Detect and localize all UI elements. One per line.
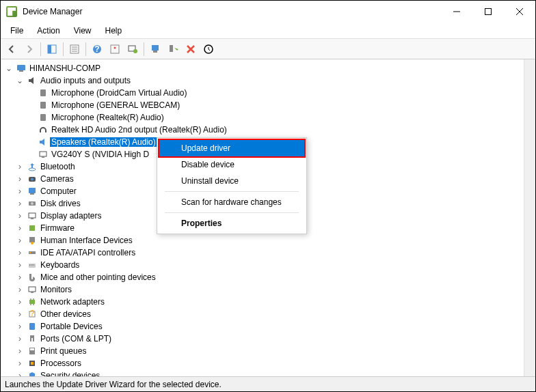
properties-button[interactable] xyxy=(66,41,83,57)
category-label: Keyboards xyxy=(39,260,81,270)
svg-rect-6 xyxy=(111,45,119,53)
svg-point-32 xyxy=(31,242,34,244)
tree-category[interactable]: › Portable Devices xyxy=(1,320,535,333)
chevron-right-icon[interactable]: › xyxy=(14,210,25,221)
chevron-right-icon[interactable]: › xyxy=(14,260,25,270)
chevron-right-icon[interactable]: › xyxy=(14,333,25,344)
menu-action[interactable]: Action xyxy=(30,25,66,37)
forward-button[interactable] xyxy=(21,41,38,57)
menu-view[interactable]: View xyxy=(67,25,98,37)
chevron-right-icon[interactable]: › xyxy=(14,235,25,246)
ctx-update-driver[interactable]: Update driver xyxy=(158,139,306,158)
device-icon xyxy=(38,149,49,160)
disable-button[interactable] xyxy=(183,41,199,57)
chevron-right-icon[interactable]: › xyxy=(14,272,25,283)
chevron-right-icon[interactable]: › xyxy=(14,186,25,197)
category-icon xyxy=(27,260,38,270)
category-label: Network adapters xyxy=(39,297,106,307)
window-controls xyxy=(441,1,535,23)
svg-rect-14 xyxy=(17,65,25,70)
category-icon xyxy=(27,210,38,221)
show-hide-tree-button[interactable] xyxy=(44,41,60,57)
category-icon xyxy=(27,272,38,283)
ctx-properties[interactable]: Properties xyxy=(159,215,304,232)
action-button[interactable] xyxy=(107,41,123,57)
tree-category[interactable]: › Security devices xyxy=(1,369,535,376)
chevron-right-icon[interactable]: › xyxy=(14,370,25,376)
separator xyxy=(165,191,299,192)
tree-category[interactable]: › Network adapters xyxy=(1,296,535,308)
menu-file[interactable]: File xyxy=(3,25,30,37)
update-driver-button[interactable] xyxy=(147,41,163,57)
category-label: Firmware xyxy=(39,223,76,233)
menubar: File Action View Help xyxy=(1,23,535,39)
device-icon xyxy=(38,100,49,111)
category-icon xyxy=(27,333,38,344)
svg-rect-18 xyxy=(40,114,46,121)
status-text: Launches the Update Driver Wizard for th… xyxy=(5,380,222,389)
category-icon xyxy=(27,198,38,209)
statusbar: Launches the Update Driver Wizard for th… xyxy=(1,376,535,391)
tree-device[interactable]: Realtek HD Audio 2nd output (Realtek(R) … xyxy=(1,124,535,136)
svg-rect-42 xyxy=(30,335,34,338)
close-button[interactable] xyxy=(504,1,535,23)
category-label: Print queues xyxy=(39,346,88,356)
chevron-right-icon[interactable]: › xyxy=(14,346,25,356)
svg-rect-28 xyxy=(29,213,36,218)
tree-category[interactable]: › Monitors xyxy=(1,283,535,296)
svg-rect-24 xyxy=(29,188,36,193)
category-icon xyxy=(27,186,38,197)
tree-category[interactable]: › Mice and other pointing devices xyxy=(1,271,535,283)
tree-device[interactable]: Microphone (DroidCam Virtual Audio) xyxy=(1,87,535,99)
chevron-right-icon[interactable]: › xyxy=(14,284,25,295)
device-icon xyxy=(38,137,49,148)
ctx-uninstall-device[interactable]: Uninstall device xyxy=(159,173,304,189)
chevron-right-icon[interactable]: › xyxy=(14,247,25,258)
device-label: Microphone (DroidCam Virtual Audio) xyxy=(50,88,189,98)
svg-rect-35 xyxy=(29,264,36,268)
menu-help[interactable]: Help xyxy=(98,25,129,37)
svg-rect-31 xyxy=(29,237,35,242)
help-button[interactable]: ? xyxy=(89,41,105,57)
device-tree[interactable]: ⌄ HIMANSHU-COMP ⌄ Audio inputs and outpu… xyxy=(1,59,535,376)
tree-category-audio[interactable]: ⌄ Audio inputs and outputs xyxy=(1,74,535,87)
chevron-right-icon[interactable]: › xyxy=(14,161,25,172)
tree-category[interactable]: › IDE ATA/ATAPI controllers xyxy=(1,247,535,259)
tree-category[interactable]: › Ports (COM & LPT) xyxy=(1,333,535,345)
tree-device[interactable]: Microphone (GENERAL WEBCAM) xyxy=(1,99,535,111)
tree-category[interactable]: › ? Other devices xyxy=(1,308,535,320)
uninstall-button[interactable] xyxy=(165,41,181,57)
chevron-right-icon[interactable]: › xyxy=(14,223,25,234)
root-label: HIMANSHU-COMP xyxy=(28,64,102,73)
computer-icon xyxy=(16,63,27,74)
tree-category[interactable]: › Keyboards xyxy=(1,259,535,271)
tree-root[interactable]: ⌄ HIMANSHU-COMP xyxy=(1,62,535,74)
chevron-down-icon[interactable]: ⌄ xyxy=(14,75,25,86)
category-icon: ? xyxy=(27,309,38,320)
tree-device[interactable]: Microphone (Realtek(R) Audio) xyxy=(1,111,535,124)
tree-category[interactable]: › Print queues xyxy=(1,345,535,357)
scan-hardware-button[interactable] xyxy=(124,41,141,57)
chevron-right-icon[interactable]: › xyxy=(14,309,25,320)
ctx-scan-hardware[interactable]: Scan for hardware changes xyxy=(159,194,304,210)
back-button[interactable] xyxy=(3,41,20,57)
svg-rect-0 xyxy=(485,9,492,15)
svg-rect-38 xyxy=(29,300,35,304)
minimize-button[interactable] xyxy=(441,1,472,23)
category-icon xyxy=(27,358,38,369)
svg-point-27 xyxy=(31,202,34,205)
tree-category[interactable]: › Human Interface Devices xyxy=(1,234,535,247)
chevron-right-icon[interactable]: › xyxy=(14,321,25,332)
chevron-right-icon[interactable]: › xyxy=(14,173,25,184)
category-label: IDE ATA/ATAPI controllers xyxy=(39,248,137,257)
scrollbar[interactable] xyxy=(524,59,535,376)
chevron-right-icon[interactable]: › xyxy=(14,296,25,307)
maximize-button[interactable] xyxy=(472,1,504,23)
tree-category[interactable]: › Processors xyxy=(1,357,535,369)
chevron-down-icon[interactable]: ⌄ xyxy=(3,63,14,74)
ctx-disable-device[interactable]: Disable device xyxy=(159,156,304,173)
chevron-right-icon[interactable]: › xyxy=(14,358,25,369)
enable-button[interactable] xyxy=(200,41,217,57)
chevron-right-icon[interactable]: › xyxy=(14,198,25,209)
category-label: Other devices xyxy=(39,309,92,319)
